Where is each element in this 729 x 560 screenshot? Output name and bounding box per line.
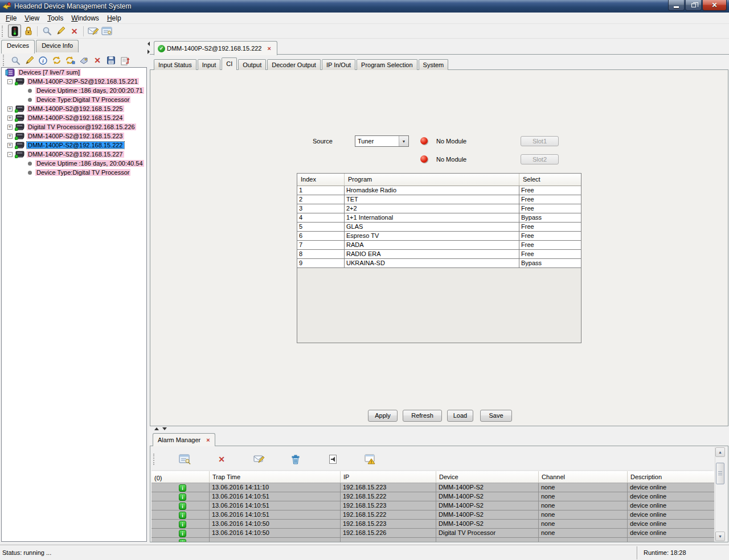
cell-select: Free [519, 232, 581, 240]
tree-node[interactable]: +DMM-1400P-S2@192.168.15.224 [2, 113, 146, 122]
table-row[interactable]: 5GLASFree [297, 223, 581, 232]
tab-device-info[interactable]: Device Info [36, 40, 79, 52]
tab-devices[interactable]: Devices [1, 40, 35, 53]
alarm-row[interactable]: i13.06.2016 14:10:51192.168.15.223DMM-14… [151, 501, 714, 510]
edit-pen-button[interactable] [22, 54, 36, 67]
expand-icon[interactable]: + [7, 143, 13, 148]
traffic-light-button[interactable] [8, 24, 21, 38]
source-select[interactable]: Tuner ▼ [355, 135, 409, 147]
tree-node[interactable]: +DMM-1400P-S2@192.168.15.223 [2, 131, 146, 141]
slot1-button[interactable]: Slot1 [521, 136, 559, 146]
tab-close-icon[interactable]: × [268, 45, 271, 52]
refresh-button[interactable] [50, 54, 63, 67]
tree-node[interactable]: +DMM-1400P-S2@192.168.15.225 [2, 104, 146, 113]
info-window-button[interactable] [100, 24, 113, 38]
tab-output[interactable]: Output [238, 59, 266, 70]
table-row[interactable]: 7RADAFree [297, 241, 581, 250]
tree-leaf[interactable]: Device Uptime :186 days, 20:00:20.71 [2, 86, 146, 95]
chevron-down-icon[interactable]: ▼ [399, 136, 408, 146]
alarm-row[interactable]: i13.06.2016 14:10:50192.168.15.226Digita… [151, 529, 714, 538]
scroll-down-icon[interactable]: ▼ [715, 532, 725, 541]
table-row[interactable]: 1Hromadske RadioFree [297, 186, 581, 195]
alarm-row[interactable]: i13.06.2016 14:10:51192.168.15.222DMM-14… [151, 492, 714, 501]
details-button[interactable] [178, 452, 191, 466]
delete-button[interactable]: ✕ [215, 452, 228, 466]
restore-button[interactable] [685, 0, 702, 11]
alarm-row[interactable]: i13.06.2016 14:10:51192.168.15.222DMM-14… [151, 510, 714, 520]
menu-tools[interactable]: Tools [43, 13, 67, 23]
tree-node[interactable]: +Digital TV Processor@192.168.15.226 [2, 122, 146, 131]
tab-input-status[interactable]: Input Status [154, 59, 196, 70]
menu-help[interactable]: Help [103, 13, 125, 23]
tab-decoder-output[interactable]: Decoder Output [267, 59, 321, 70]
minimize-button[interactable] [668, 0, 685, 11]
expand-icon[interactable]: + [7, 134, 13, 139]
table-row[interactable]: 41+1 InternationalBypass [297, 213, 581, 223]
sound-button[interactable] [326, 452, 339, 466]
horizontal-splitter[interactable] [150, 426, 729, 431]
alarm-row[interactable]: i [151, 538, 714, 542]
tab-input[interactable]: Input [198, 59, 220, 70]
column-header-description: Description [628, 471, 714, 483]
tab-ip-in-out[interactable]: IP In/Out [322, 59, 355, 70]
tree-root[interactable]: Devices [7 live/7 sum] [2, 68, 146, 77]
expand-icon[interactable]: + [7, 125, 13, 130]
tree-leaf[interactable]: Device Type:Digital TV Processor [2, 168, 146, 177]
trash-button[interactable] [289, 452, 302, 466]
table-row[interactable]: 2TETFree [297, 195, 581, 204]
search-button[interactable] [40, 24, 54, 38]
info-button[interactable]: i [36, 54, 50, 67]
tree-leaf[interactable]: Device Uptime :186 days, 20:00:40.54 [2, 159, 146, 168]
cell-program: UKRAINA-SD [345, 259, 519, 267]
mail-edit-button[interactable] [87, 24, 100, 38]
collapse-icon[interactable]: - [7, 79, 13, 84]
tag-button[interactable] [77, 54, 91, 67]
scroll-up-icon[interactable]: ▲ [715, 447, 725, 457]
menu-file[interactable]: File [2, 13, 21, 23]
document-tab[interactable]: ✓ DMM-1400P-S2@192.168.15.222 × [154, 41, 277, 55]
expand-icon[interactable]: + [7, 116, 13, 121]
export-button[interactable] [118, 54, 132, 67]
app-icon [2, 2, 11, 11]
alarm-scrollbar[interactable]: ▲ ▼ [715, 447, 724, 542]
column-header-ip: IP [341, 471, 436, 483]
tab-program-selection[interactable]: Program Selection [357, 59, 417, 70]
alarm-manager-tab[interactable]: Alarm Manager × [153, 433, 215, 446]
alarm-row[interactable]: i13.06.2016 14:10:50192.168.15.223DMM-14… [151, 520, 714, 529]
save-button[interactable]: Save [480, 410, 512, 422]
delete-button[interactable]: ✕ [68, 24, 81, 38]
apply-button[interactable]: Apply [368, 410, 398, 422]
refresh-tree-button[interactable] [63, 54, 77, 67]
tab-ci[interactable]: CI [222, 57, 237, 70]
collapse-icon[interactable]: - [7, 152, 13, 157]
alarm-tab-close-icon[interactable]: × [206, 437, 210, 443]
alarm-row[interactable]: i13.06.2016 14:11:10192.168.15.223DMM-14… [151, 483, 714, 492]
save-button[interactable] [104, 54, 118, 67]
expand-icon[interactable]: + [7, 106, 13, 112]
delete-button[interactable]: ✕ [91, 54, 104, 67]
collapse-down-icon[interactable] [162, 427, 167, 430]
tree-node[interactable]: -DMM-1400P-S2@192.168.15.227 [2, 150, 146, 159]
table-row[interactable]: 6Espreso TVFree [297, 232, 581, 241]
search-button[interactable] [9, 54, 22, 67]
scroll-thumb[interactable] [716, 463, 724, 484]
tree-node[interactable]: +DMM-1400P-S2@192.168.15.222 [2, 141, 146, 150]
lock-button[interactable] [22, 24, 35, 38]
tree-node[interactable]: -DMM-1400P-32IP-S2@192.168.15.221 [2, 77, 146, 86]
tree-leaf[interactable]: Device Type:Digital TV Processor [2, 95, 146, 104]
table-row[interactable]: 32+2Free [297, 204, 581, 213]
expand-up-icon[interactable] [154, 427, 159, 430]
tab-system[interactable]: System [419, 59, 449, 70]
table-row[interactable]: 8RADIO ERAFree [297, 250, 581, 259]
menu-windows[interactable]: Windows [67, 13, 103, 23]
table-row[interactable]: 9UKRAINA-SDBypass [297, 259, 581, 268]
load-button[interactable]: Load [447, 410, 473, 422]
edit-pen-button[interactable] [54, 24, 67, 38]
menu-view[interactable]: View [21, 13, 43, 23]
alert-window-button[interactable]: ! [363, 452, 376, 466]
cell-device [436, 538, 539, 542]
slot2-button[interactable]: Slot2 [521, 154, 559, 164]
refresh-button[interactable]: Refresh [403, 410, 442, 422]
mail-edit-button[interactable] [252, 452, 265, 466]
close-button[interactable]: ✕ [702, 0, 727, 11]
